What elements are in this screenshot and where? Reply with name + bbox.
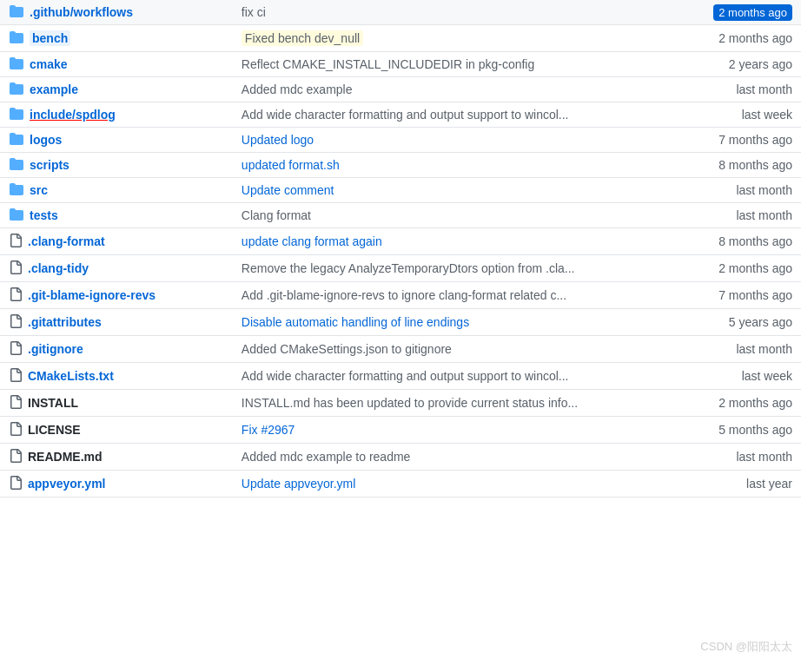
file-icon <box>9 448 23 464</box>
table-row: logosUpdated logo7 months ago <box>0 128 801 153</box>
commit-link[interactable]: fix ci <box>242 5 266 19</box>
commit-link[interactable]: Fix #2967 <box>242 423 295 437</box>
name-cell: include/spdlog <box>0 102 233 128</box>
file-icon <box>9 394 23 410</box>
time-cell: 5 years ago <box>664 309 801 336</box>
file-name-link[interactable]: scripts <box>30 158 70 172</box>
commit-link[interactable]: Add .git-blame-ignore-revs to ignore cla… <box>242 288 566 302</box>
commit-link[interactable]: Add wide character formatting and output… <box>242 369 569 383</box>
file-icon <box>9 340 23 356</box>
table-row: appveyor.ymlUpdate appveyor.ymllast year <box>0 471 801 497</box>
commit-link[interactable]: Clang format <box>242 208 311 222</box>
commit-cell: Clang format <box>233 203 664 228</box>
name-cell: logos <box>0 128 233 153</box>
folder-icon <box>9 107 24 121</box>
folder-icon <box>9 182 24 196</box>
name-cell: appveyor.yml <box>0 471 233 497</box>
file-name-link[interactable]: include/spdlog <box>30 108 116 122</box>
commit-cell: Add wide character formatting and output… <box>233 102 664 128</box>
table-row: INSTALLINSTALL.md has been updated to pr… <box>0 390 801 417</box>
file-icon <box>9 421 23 437</box>
file-icon <box>9 313 23 329</box>
table-row: cmakeReflect CMAKE_INSTALL_INCLUDEDIR in… <box>0 52 801 77</box>
file-name-link[interactable]: README.md <box>28 450 103 464</box>
time-cell: 7 months ago <box>664 128 801 153</box>
table-row: include/spdlogAdd wide character formatt… <box>0 102 801 128</box>
commit-cell: Updated logo <box>233 128 664 153</box>
time-cell: last week <box>664 363 801 390</box>
file-name-link[interactable]: .clang-tidy <box>28 261 89 275</box>
commit-link[interactable]: Added mdc example to readme <box>242 450 411 464</box>
name-cell: .clang-format <box>0 228 233 255</box>
file-icon <box>9 367 23 383</box>
time-cell: last month <box>664 178 801 203</box>
time-cell: 2 months ago <box>664 390 801 417</box>
table-row: .gitignoreAdded CMakeSettings.json to gi… <box>0 336 801 363</box>
file-name-link[interactable]: src <box>30 183 48 197</box>
file-name-link[interactable]: .github/workflows <box>30 5 133 19</box>
commit-cell: Added CMakeSettings.json to gitignore <box>233 336 664 363</box>
table-row: srcUpdate commentlast month <box>0 178 801 203</box>
name-cell: README.md <box>0 444 233 471</box>
file-name-link[interactable]: LICENSE <box>28 423 81 437</box>
name-cell: .gitattributes <box>0 309 233 336</box>
commit-link[interactable]: Update appveyor.yml <box>242 477 356 491</box>
folder-icon <box>9 208 24 221</box>
file-name-link[interactable]: appveyor.yml <box>28 477 106 491</box>
commit-link[interactable]: Updated logo <box>242 133 314 147</box>
table-row: testsClang formatlast month <box>0 203 801 228</box>
table-row: scriptsupdated format.sh8 months ago <box>0 153 801 178</box>
commit-link[interactable]: update clang format again <box>242 234 382 248</box>
file-name-link[interactable]: CMakeLists.txt <box>28 369 114 383</box>
file-name-link[interactable]: .git-blame-ignore-revs <box>28 288 156 302</box>
commit-link[interactable]: Disable automatic handling of line endin… <box>242 315 469 329</box>
time-cell: 2 months ago <box>664 25 801 52</box>
name-cell: src <box>0 178 233 203</box>
commit-cell: Fix #2967 <box>233 417 664 444</box>
file-name-link[interactable]: example <box>30 82 78 96</box>
file-name-link[interactable]: .gitattributes <box>28 315 102 329</box>
file-icon <box>9 287 23 302</box>
folder-icon <box>9 4 24 18</box>
commit-link[interactable]: updated format.sh <box>242 158 340 172</box>
commit-link[interactable]: Remove the legacy AnalyzeTemporaryDtors … <box>242 261 575 275</box>
commit-link[interactable]: Add wide character formatting and output… <box>242 108 569 122</box>
file-name-link[interactable]: tests <box>30 208 58 222</box>
name-cell: CMakeLists.txt <box>0 363 233 390</box>
commit-link[interactable]: Fixed bench dev_null <box>242 30 363 46</box>
time-cell: last week <box>664 102 801 128</box>
table-row: .clang-tidyRemove the legacy AnalyzeTemp… <box>0 255 801 282</box>
folder-icon <box>9 132 24 146</box>
time-cell: 2 months ago <box>664 0 801 25</box>
commit-cell: Remove the legacy AnalyzeTemporaryDtors … <box>233 255 664 282</box>
commit-link[interactable]: Added mdc example <box>242 82 353 96</box>
time-cell: last month <box>664 444 801 471</box>
table-row: .gitattributesDisable automatic handling… <box>0 309 801 336</box>
name-cell: .clang-tidy <box>0 255 233 282</box>
commit-link[interactable]: Reflect CMAKE_INSTALL_INCLUDEDIR in pkg-… <box>242 57 534 71</box>
file-name-link[interactable]: cmake <box>30 57 68 71</box>
name-cell: .github/workflows <box>0 0 233 25</box>
commit-cell: Added mdc example to readme <box>233 444 664 471</box>
file-name-link[interactable]: .gitignore <box>28 342 83 356</box>
name-cell: tests <box>0 203 233 228</box>
file-name-link[interactable]: .clang-format <box>28 234 105 248</box>
folder-icon <box>9 30 24 44</box>
file-name-link[interactable]: INSTALL <box>28 396 78 410</box>
commit-cell: Reflect CMAKE_INSTALL_INCLUDEDIR in pkg-… <box>233 52 664 77</box>
time-cell: last month <box>664 203 801 228</box>
commit-link[interactable]: Added CMakeSettings.json to gitignore <box>242 342 452 356</box>
table-row: CMakeLists.txtAdd wide character formatt… <box>0 363 801 390</box>
table-row: exampleAdded mdc examplelast month <box>0 77 801 102</box>
file-name-link[interactable]: logos <box>30 133 62 147</box>
folder-icon <box>9 56 24 70</box>
file-icon <box>9 233 23 248</box>
name-cell: example <box>0 77 233 102</box>
commit-link[interactable]: Update comment <box>242 183 334 197</box>
commit-link[interactable]: INSTALL.md has been updated to provide c… <box>242 396 578 410</box>
table-row: .git-blame-ignore-revsAdd .git-blame-ign… <box>0 282 801 309</box>
commit-cell: fix ci <box>233 0 664 25</box>
file-name-link[interactable]: bench <box>30 30 70 46</box>
time-badge: 2 months ago <box>713 4 792 21</box>
time-cell: 8 months ago <box>664 153 801 178</box>
